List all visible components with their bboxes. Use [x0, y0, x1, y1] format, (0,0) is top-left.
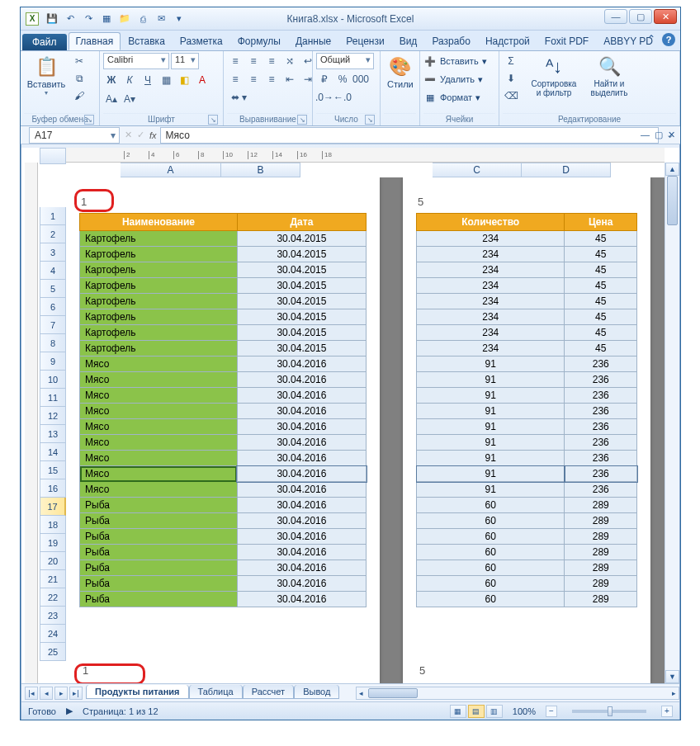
- row-header[interactable]: 11: [40, 389, 66, 407]
- cell-date[interactable]: 30.04.2015: [237, 278, 366, 294]
- cell-name[interactable]: Рыба: [80, 592, 238, 607]
- select-all-corner[interactable]: [40, 148, 66, 164]
- table-row[interactable]: Мясо30.04.2016: [80, 435, 367, 451]
- cell-price[interactable]: 45: [565, 325, 637, 341]
- align-top-icon[interactable]: ≡: [227, 53, 244, 69]
- qat-customize-icon[interactable]: ▾: [171, 11, 187, 27]
- qat-save-icon[interactable]: 💾: [44, 11, 60, 27]
- cell-price[interactable]: 289: [565, 513, 637, 529]
- cell-price[interactable]: 289: [565, 560, 637, 576]
- find-select-button[interactable]: 🔍 Найти и выделить: [585, 53, 633, 99]
- font-size-select[interactable]: 11: [171, 53, 199, 69]
- table-row[interactable]: 60289: [417, 545, 637, 560]
- cell-price[interactable]: 236: [565, 388, 637, 404]
- table-row[interactable]: Рыба30.04.2016: [80, 498, 367, 513]
- row-header[interactable]: 16: [40, 479, 66, 498]
- table-row[interactable]: 23445: [417, 325, 637, 341]
- dec-decimal-icon[interactable]: ←.0: [334, 89, 351, 106]
- file-tab[interactable]: Файл: [22, 34, 67, 50]
- row-header[interactable]: 17: [40, 498, 66, 516]
- cell-qty[interactable]: 91: [417, 451, 565, 466]
- tab-formulas[interactable]: Формулы: [230, 32, 288, 50]
- cell-price[interactable]: 289: [565, 545, 637, 560]
- cell-qty[interactable]: 234: [417, 341, 565, 356]
- cell-name[interactable]: Картофель: [80, 325, 238, 341]
- align-bottom-icon[interactable]: ≡: [263, 53, 280, 69]
- cell-qty[interactable]: 91: [417, 356, 565, 372]
- table-row[interactable]: Картофель30.04.2015: [80, 294, 367, 309]
- grid-pages[interactable]: 1 Наименование Дата Картофель30.04.2015К…: [66, 177, 665, 683]
- row-header[interactable]: 9: [40, 352, 66, 371]
- align-middle-icon[interactable]: ≡: [245, 53, 262, 69]
- cell-name[interactable]: Мясо: [80, 388, 238, 404]
- grow-font-icon[interactable]: A▴: [103, 91, 120, 107]
- cell-qty[interactable]: 234: [417, 231, 565, 247]
- row-header[interactable]: 24: [40, 625, 66, 643]
- scroll-up-icon[interactable]: ▲: [665, 163, 679, 176]
- cancel-formula-icon[interactable]: ✕: [125, 130, 132, 140]
- cell-price[interactable]: 45: [565, 309, 637, 325]
- cell-name[interactable]: Рыба: [80, 498, 238, 513]
- help-icon[interactable]: ?: [662, 33, 675, 46]
- fill-icon[interactable]: ⬇: [503, 70, 519, 87]
- row-header[interactable]: 23: [40, 607, 66, 625]
- cell-price[interactable]: 45: [565, 278, 637, 294]
- ribbon-minimize-icon[interactable]: ⌃: [647, 33, 655, 46]
- paste-button[interactable]: 📋 Вставить ▾: [24, 53, 69, 98]
- qat-undo-icon[interactable]: ↶: [62, 11, 78, 27]
- row-header[interactable]: 1: [40, 207, 66, 225]
- table-row[interactable]: Рыба30.04.2016: [80, 545, 367, 560]
- cell-qty[interactable]: 91: [417, 435, 565, 451]
- row-header[interactable]: 18: [40, 516, 66, 534]
- tab-nav-first-icon[interactable]: |◂: [25, 687, 38, 700]
- shrink-font-icon[interactable]: A▾: [121, 91, 138, 107]
- maximize-button[interactable]: ▢: [629, 9, 652, 24]
- zoom-in-button[interactable]: +: [661, 706, 673, 717]
- cell-date[interactable]: 30.04.2016: [237, 576, 366, 592]
- align-left-icon[interactable]: ≡: [227, 71, 244, 87]
- cell-price[interactable]: 236: [565, 404, 637, 419]
- table-row[interactable]: 60289: [417, 498, 637, 513]
- cell-name[interactable]: Мясо: [80, 419, 238, 435]
- tab-data[interactable]: Данные: [288, 32, 338, 50]
- tab-insert[interactable]: Вставка: [121, 32, 173, 50]
- sheet-tab-3[interactable]: Вывод: [294, 685, 339, 699]
- fx-icon[interactable]: fx: [149, 130, 157, 140]
- table-row[interactable]: Мясо30.04.2016: [80, 419, 367, 435]
- row-header[interactable]: 4: [40, 262, 66, 280]
- cell-qty[interactable]: 91: [417, 388, 565, 404]
- cell-name[interactable]: Мясо: [80, 404, 238, 419]
- tab-review[interactable]: Рецензи: [338, 32, 391, 50]
- cell-date[interactable]: 30.04.2015: [237, 294, 366, 309]
- row-header[interactable]: 19: [40, 534, 66, 552]
- cell-qty[interactable]: 91: [417, 466, 565, 482]
- table-row[interactable]: 23445: [417, 262, 637, 278]
- table-left[interactable]: Наименование Дата Картофель30.04.2015Кар…: [79, 213, 367, 607]
- cell-qty[interactable]: 60: [417, 576, 565, 592]
- col-header-b[interactable]: B: [221, 163, 300, 177]
- table-row[interactable]: Картофель30.04.2015: [80, 262, 367, 278]
- align-right-icon[interactable]: ≡: [263, 71, 280, 87]
- hscroll-thumb[interactable]: [368, 688, 418, 698]
- tab-developer[interactable]: Разрабо: [424, 32, 478, 50]
- minimize-button[interactable]: —: [604, 9, 627, 24]
- cell-qty[interactable]: 60: [417, 560, 565, 576]
- table-row[interactable]: 91236: [417, 435, 637, 451]
- qat-print-icon[interactable]: ⎙: [135, 11, 151, 27]
- table-row[interactable]: Мясо30.04.2016: [80, 388, 367, 404]
- cell-qty[interactable]: 91: [417, 419, 565, 435]
- percent-icon[interactable]: %: [334, 71, 351, 87]
- cell-qty[interactable]: 234: [417, 294, 565, 309]
- table-row[interactable]: Рыба30.04.2016: [80, 513, 367, 529]
- row-header[interactable]: 21: [40, 570, 66, 588]
- row-header[interactable]: 20: [40, 552, 66, 570]
- row-header[interactable]: 25: [40, 643, 66, 661]
- cell-price[interactable]: 289: [565, 498, 637, 513]
- autosum-icon[interactable]: Σ: [503, 53, 519, 69]
- table-row[interactable]: 91236: [417, 372, 637, 388]
- tab-home[interactable]: Главная: [69, 32, 121, 50]
- cell-name[interactable]: Картофель: [80, 247, 238, 262]
- cell-date[interactable]: 30.04.2015: [237, 309, 366, 325]
- table-row[interactable]: 60289: [417, 576, 637, 592]
- cell-date[interactable]: 30.04.2016: [237, 451, 366, 466]
